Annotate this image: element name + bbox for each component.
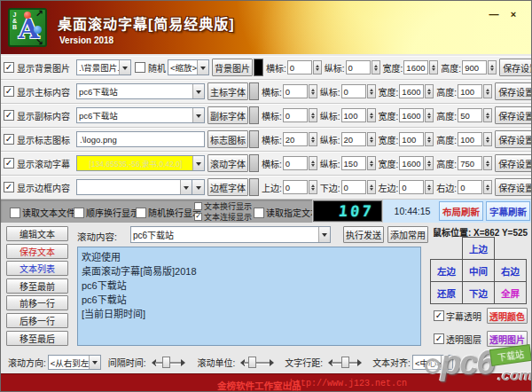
spinner[interactable]: [425, 132, 434, 146]
save-settings-button[interactable]: 保存设置: [495, 154, 532, 172]
move-down-line-button[interactable]: 后移一行: [6, 313, 68, 328]
execute-send-button[interactable]: 执行发送: [343, 226, 384, 243]
scroll-font-button[interactable]: 滚动字体: [207, 154, 248, 172]
scroll-unit-slider[interactable]: [237, 356, 278, 369]
transparent-layer-checkbox[interactable]: [434, 333, 444, 344]
x-input[interactable]: 0: [287, 60, 312, 74]
scroll-style-combo[interactable]: [134,65535,-56,隶书,0,42,0]: [76, 155, 205, 171]
slider-right-arrow-icon[interactable]: [357, 359, 365, 366]
save-settings-button[interactable]: 保存设置: [495, 82, 532, 100]
slider-right-arrow-icon[interactable]: [270, 359, 278, 366]
text-line[interactable]: 欢迎使用: [82, 249, 417, 263]
spinner[interactable]: [483, 108, 492, 122]
spinner[interactable]: [309, 180, 317, 194]
edit-text-button[interactable]: 编辑文本: [6, 226, 68, 241]
website-url[interactable]: http://www.j123.net.cn: [290, 379, 407, 388]
spinner[interactable]: [367, 108, 376, 122]
transparent-image-button[interactable]: 透明图片: [487, 331, 528, 347]
scale-mode-combo[interactable]: <缩放>: [168, 59, 209, 75]
right-input[interactable]: 0: [458, 180, 482, 194]
sub-title-color-swatch[interactable]: [249, 106, 259, 124]
subtitle-refresh-button[interactable]: 字幕刷新: [486, 201, 530, 221]
slider-thumb[interactable]: [162, 357, 170, 368]
slider-thumb[interactable]: [341, 357, 349, 368]
spinner[interactable]: [425, 180, 434, 194]
show-main-title-checkbox[interactable]: [4, 86, 14, 97]
spinner[interactable]: [367, 132, 376, 146]
chevron-down-icon[interactable]: [119, 60, 130, 74]
spinner[interactable]: [483, 180, 492, 194]
width-input[interactable]: 1600: [399, 108, 424, 122]
border-color-swatch[interactable]: [249, 178, 259, 196]
width-input[interactable]: 100: [399, 132, 424, 146]
spinner[interactable]: [367, 180, 376, 194]
y-input[interactable]: 20: [341, 132, 366, 146]
random-checkbox[interactable]: [135, 62, 145, 73]
save-settings-button[interactable]: 保存设置: [495, 178, 532, 196]
show-sub-title-checkbox[interactable]: [4, 110, 14, 121]
x-input[interactable]: 0: [283, 108, 308, 122]
position-left-button[interactable]: 左边: [431, 260, 463, 282]
line-spacing-slider[interactable]: [325, 356, 365, 369]
position-bottom-button[interactable]: 下边: [463, 282, 495, 304]
sequential-line-checkbox[interactable]: [74, 208, 84, 218]
y-input[interactable]: 100: [341, 108, 366, 122]
position-restore-button[interactable]: 还原: [431, 282, 463, 304]
read-specified-text-checkbox[interactable]: [254, 208, 264, 218]
spinner[interactable]: [483, 132, 492, 146]
border-extra-dropdown[interactable]: [192, 179, 205, 195]
text-lines-area[interactable]: 欢迎使用 桌面滚动字幕[简易版]2018 pc6下载站 pc6下载站 [当前日期…: [77, 247, 421, 346]
chevron-down-icon[interactable]: [318, 227, 330, 242]
save-settings-button[interactable]: 保存设置: [495, 106, 532, 124]
text-align-combo[interactable]: <中心>: [412, 355, 453, 370]
width-input[interactable]: 1600: [399, 156, 424, 170]
y-input[interactable]: 0: [341, 84, 366, 98]
text-line[interactable]: 桌面滚动字幕[简易版]2018: [82, 263, 417, 278]
close-button[interactable]: ×: [506, 8, 520, 20]
subtitle-transparent-checkbox[interactable]: [434, 310, 444, 321]
width-input[interactable]: 1600: [399, 84, 424, 98]
show-scroll-subtitle-checkbox[interactable]: [4, 158, 14, 169]
text-line[interactable]: pc6下载站: [82, 278, 417, 292]
position-center-button[interactable]: 中间: [463, 260, 495, 282]
direction-combo[interactable]: <从右到左>: [48, 355, 101, 370]
interval-slider[interactable]: [148, 356, 189, 369]
spinner[interactable]: [309, 132, 317, 146]
main-title-color-swatch[interactable]: [249, 82, 259, 100]
chevron-down-icon[interactable]: [89, 356, 100, 369]
text-line[interactable]: [当前日期时间]: [82, 306, 417, 320]
move-to-front-button[interactable]: 移至最前: [6, 278, 68, 294]
minimize-button[interactable]: —: [487, 8, 501, 20]
spinner[interactable]: [367, 84, 376, 98]
border-font-button[interactable]: 边框字体: [207, 178, 248, 196]
spinner[interactable]: [483, 156, 492, 170]
logo-image-button[interactable]: 标志图标: [207, 130, 248, 148]
x-input[interactable]: 0: [283, 84, 308, 98]
show-logo-checkbox[interactable]: [4, 134, 14, 145]
width-input[interactable]: 1600: [403, 60, 428, 74]
read-text-file-checkbox[interactable]: [10, 208, 20, 218]
height-input[interactable]: 900: [462, 60, 487, 74]
top-input[interactable]: 0: [283, 180, 308, 194]
x-input[interactable]: 0: [283, 156, 308, 170]
chevron-down-icon[interactable]: [197, 60, 208, 74]
move-to-end-button[interactable]: 移至最后: [6, 331, 68, 346]
spinner[interactable]: [309, 84, 317, 98]
text-wrap-checkbox[interactable]: [194, 202, 202, 210]
random-line-checkbox[interactable]: [136, 208, 146, 218]
chevron-down-icon[interactable]: [180, 180, 192, 194]
main-title-font-button[interactable]: 主标字体: [207, 82, 248, 100]
spinner[interactable]: [425, 156, 434, 170]
scroll-content-combo[interactable]: pc6下载站: [130, 226, 331, 243]
spinner[interactable]: [488, 60, 497, 74]
save-settings-button[interactable]: 保存设置: [499, 59, 532, 76]
spinner[interactable]: [313, 60, 322, 74]
border-content-combo[interactable]: [76, 179, 192, 195]
main-title-combo[interactable]: pc6下载站: [76, 83, 205, 99]
text-join-checkbox[interactable]: [194, 213, 202, 221]
sub-title-combo[interactable]: pc6下载站: [76, 107, 205, 123]
transparent-color-button[interactable]: 透明颜色: [487, 308, 528, 324]
y-input[interactable]: 0: [346, 60, 371, 74]
save-settings-button[interactable]: 保存设置: [495, 130, 532, 148]
logo-path-input[interactable]: .\logo.png: [76, 131, 205, 147]
